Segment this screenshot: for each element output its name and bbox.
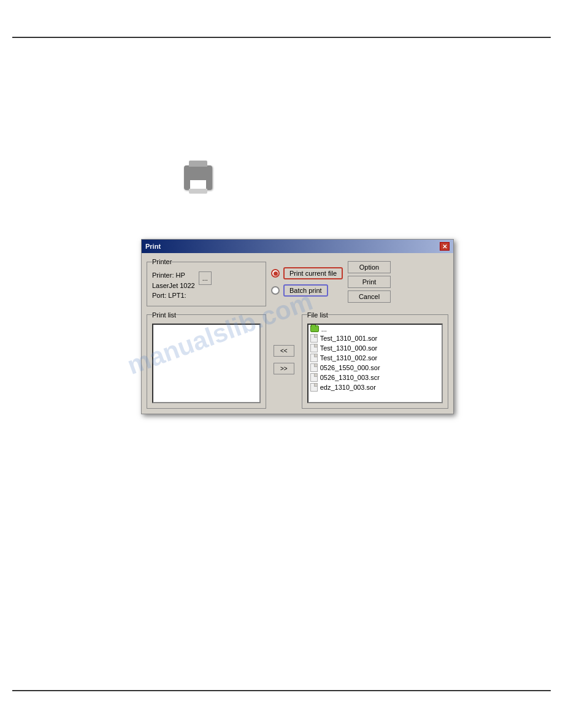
radio-inner-print-current xyxy=(274,271,278,276)
file-icon xyxy=(310,334,318,343)
file-icon xyxy=(310,383,318,392)
radio-batch-print[interactable]: Batch print xyxy=(271,284,343,297)
file-icon xyxy=(310,344,318,352)
option-button[interactable]: Option xyxy=(348,261,391,273)
move-right-button[interactable]: >> xyxy=(274,363,294,374)
file-icon xyxy=(310,373,318,382)
printer-name: Printer: HP xyxy=(152,270,195,281)
list-item[interactable]: Test_1310_001.sor xyxy=(308,333,442,343)
bottom-border xyxy=(12,690,551,691)
move-left-button[interactable]: << xyxy=(274,345,294,357)
printer-info: Printer: HP LaserJet 1022 Port: LPT1: xyxy=(152,270,195,301)
printer-paper xyxy=(190,180,206,189)
arrow-buttons: << >> xyxy=(271,311,297,409)
action-buttons: Option Print Cancel xyxy=(348,258,391,306)
file-item-name: 0526_1310_003.scr xyxy=(320,374,380,381)
file-item-name: 0526_1550_000.sor xyxy=(320,364,380,371)
list-item[interactable]: ... xyxy=(308,325,442,333)
list-item[interactable]: 0526_1550_000.sor xyxy=(308,363,442,373)
file-icon xyxy=(310,363,318,372)
file-icon xyxy=(310,354,318,362)
printer-port: Port: LPT1: xyxy=(152,290,195,301)
file-list-label: File list xyxy=(307,311,328,319)
list-item[interactable]: Test_1310_002.sor xyxy=(308,353,442,363)
printer-properties-button[interactable]: ... xyxy=(199,271,212,285)
radio-button-batch-print[interactable] xyxy=(271,286,280,295)
folder-icon xyxy=(310,325,319,332)
printer-info-row: Printer: HP LaserJet 1022 Port: LPT1: ..… xyxy=(152,270,261,301)
radio-print-current[interactable]: Print current file xyxy=(271,267,343,279)
file-item-name: edz_1310_003.sor xyxy=(320,384,376,391)
radio-buttons-area: Print current file Batch print Option Pr… xyxy=(271,258,448,306)
radio-button-print-current[interactable] xyxy=(271,269,280,278)
print-list-box[interactable] xyxy=(152,324,261,403)
file-item-name: Test_1310_002.sor xyxy=(320,354,378,362)
print-list-group: Print list xyxy=(147,311,266,409)
file-list-box[interactable]: ...Test_1310_001.sorTest_1310_000.sorTes… xyxy=(307,324,443,403)
radio-options-column: Print current file Batch print xyxy=(271,258,343,306)
file-item-name: Test_1310_000.sor xyxy=(320,344,378,352)
printer-group-label: Printer xyxy=(152,258,172,265)
print-dialog: Print ✕ Printer Printer: HP LaserJet 102… xyxy=(141,239,454,414)
list-item[interactable]: edz_1310_003.sor xyxy=(308,382,442,392)
list-item[interactable]: 0526_1310_003.scr xyxy=(308,373,442,382)
file-list-group: File list ...Test_1310_001.sorTest_1310_… xyxy=(302,311,448,409)
printer-model: LaserJet 1022 xyxy=(152,281,195,291)
print-current-label: Print current file xyxy=(283,267,343,279)
file-item-name: ... xyxy=(321,325,327,333)
batch-print-label: Batch print xyxy=(283,284,328,297)
dialog-top-section: Printer Printer: HP LaserJet 1022 Port: … xyxy=(147,258,448,306)
dialog-titlebar: Print ✕ xyxy=(142,240,453,253)
dialog-close-button[interactable]: ✕ xyxy=(440,242,450,251)
printer-icon xyxy=(184,165,212,190)
printer-icon-area xyxy=(184,165,212,190)
dialog-bottom-section: Print list << >> File list ...Test_1310_… xyxy=(147,311,448,409)
list-item[interactable]: Test_1310_000.sor xyxy=(308,343,442,353)
cancel-button[interactable]: Cancel xyxy=(348,290,391,303)
top-border xyxy=(12,37,551,38)
print-button[interactable]: Print xyxy=(348,276,391,288)
file-item-name: Test_1310_001.sor xyxy=(320,335,378,342)
printer-group: Printer Printer: HP LaserJet 1022 Port: … xyxy=(147,258,266,306)
dialog-body: Printer Printer: HP LaserJet 1022 Port: … xyxy=(142,253,453,414)
dialog-title: Print xyxy=(145,243,161,250)
print-list-label: Print list xyxy=(152,311,176,319)
